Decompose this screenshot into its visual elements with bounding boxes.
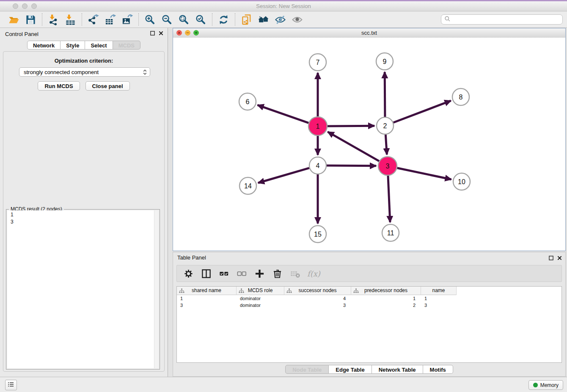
add-row-icon[interactable]: [254, 268, 265, 279]
column-header-successor-nodes[interactable]: successor nodes: [284, 287, 351, 295]
close-table-panel-icon[interactable]: [557, 254, 562, 262]
zoom-out-icon[interactable]: [160, 13, 173, 26]
home-icon[interactable]: [257, 13, 270, 26]
delete-table-icon: [289, 268, 301, 279]
column-header-name[interactable]: name: [421, 287, 457, 295]
mcds-result-list[interactable]: 13: [7, 210, 159, 368]
edge-4-3[interactable]: [327, 166, 376, 166]
graph-node-15[interactable]: 15: [309, 226, 326, 243]
network-window-title: scc.txt: [173, 28, 565, 37]
float-table-panel-icon[interactable]: [549, 254, 553, 262]
table-cell[interactable]: 1: [177, 295, 237, 302]
graph-node-1[interactable]: 1: [308, 117, 327, 135]
graph-node-7[interactable]: 7: [309, 54, 326, 71]
maximize-network-button[interactable]: [193, 30, 199, 36]
network-window: scc.txt 7968124314101511: [173, 28, 566, 251]
graph-node-8[interactable]: 8: [452, 88, 469, 105]
function-icon: f(x): [307, 268, 320, 279]
table-cell[interactable]: 1: [421, 295, 457, 302]
network-window-titlebar[interactable]: scc.txt: [173, 28, 565, 38]
hide-selected-icon[interactable]: [274, 13, 287, 26]
select-all-icon[interactable]: [218, 268, 230, 279]
graph-node-9[interactable]: 9: [376, 53, 393, 70]
run-mcds-button[interactable]: Run MCDS: [38, 81, 80, 91]
edge-3-1[interactable]: [328, 132, 380, 161]
export-table-icon[interactable]: [104, 13, 117, 26]
search-input[interactable]: [452, 16, 562, 23]
table-cell[interactable]: dominator: [237, 302, 284, 309]
export-network-icon[interactable]: [87, 13, 100, 26]
close-panel-icon[interactable]: [159, 31, 163, 36]
result-scrollbar[interactable]: [154, 210, 159, 368]
table-toolbar: f(x): [176, 265, 562, 282]
table-row[interactable]: 1dominator411: [177, 295, 561, 302]
minimize-network-button[interactable]: [185, 30, 190, 36]
graph-node-14[interactable]: 14: [239, 177, 256, 194]
tab-select[interactable]: Select: [85, 41, 113, 50]
import-table-icon[interactable]: [64, 13, 77, 26]
column-header-mcds-role[interactable]: MCDS role: [237, 287, 284, 295]
settings-icon[interactable]: [183, 268, 194, 279]
table-cell[interactable]: 3: [177, 302, 237, 309]
node-label: 14: [244, 182, 252, 190]
zoom-fit-icon[interactable]: [177, 13, 190, 26]
search-box[interactable]: [441, 14, 563, 25]
node-table: shared nameMCDS rolesuccessor nodesprede…: [176, 286, 562, 363]
status-bar: Memory: [0, 377, 567, 392]
edge-1-6[interactable]: [258, 105, 309, 123]
tab-network[interactable]: Network: [27, 41, 61, 50]
close-network-button[interactable]: [176, 30, 182, 36]
table-cell[interactable]: dominator: [237, 295, 284, 302]
edge-3-11[interactable]: [388, 176, 390, 222]
columns-icon[interactable]: [201, 268, 212, 279]
zoom-selected-icon[interactable]: [194, 13, 207, 26]
graph-node-11[interactable]: 11: [382, 224, 399, 241]
delete-row-icon[interactable]: [272, 268, 283, 279]
edge-2-3[interactable]: [385, 135, 387, 155]
table-cell[interactable]: 3: [284, 302, 351, 309]
optimization-label: Optimization criterion:: [3, 58, 164, 64]
table-tab-motifs[interactable]: Motifs: [423, 365, 453, 374]
column-label: shared name: [192, 287, 221, 293]
tab-style[interactable]: Style: [61, 41, 85, 50]
edge-2-9[interactable]: [385, 72, 385, 117]
zoom-in-icon[interactable]: [143, 13, 157, 26]
refresh-icon[interactable]: [217, 13, 230, 26]
save-session-icon[interactable]: [24, 13, 37, 26]
float-panel-icon[interactable]: [150, 31, 155, 36]
table-tab-node-table[interactable]: Node Table: [285, 365, 329, 374]
network-canvas-area[interactable]: 7968124314101511: [173, 38, 565, 251]
graph-node-2[interactable]: 2: [377, 117, 394, 134]
table-cell[interactable]: 3: [421, 302, 457, 309]
table-tab-edge-table[interactable]: Edge Table: [329, 365, 372, 374]
graph-node-3[interactable]: 3: [378, 157, 397, 175]
deselect-all-icon[interactable]: [236, 268, 248, 279]
optimization-dropdown[interactable]: strongly connected component: [19, 67, 150, 77]
column-header-predecessor-nodes[interactable]: predecessor nodes: [351, 287, 421, 295]
tab-mcds[interactable]: MCDS: [113, 41, 140, 50]
import-network-icon[interactable]: [47, 13, 60, 26]
table-cell[interactable]: 4: [284, 295, 351, 302]
memory-button[interactable]: Memory: [528, 380, 563, 390]
table-cell[interactable]: 1: [351, 295, 421, 302]
edge-3-10[interactable]: [397, 168, 451, 179]
graph-node-10[interactable]: 10: [453, 173, 470, 190]
edge-4-14[interactable]: [258, 168, 309, 183]
task-history-button[interactable]: [5, 380, 17, 390]
node-label: 15: [314, 231, 322, 238]
graph-node-4[interactable]: 4: [309, 157, 326, 174]
edge-2-8[interactable]: [394, 101, 451, 123]
network-graph[interactable]: 7968124314101511: [173, 38, 565, 251]
edge-1-2[interactable]: [328, 126, 374, 126]
graph-node-6[interactable]: 6: [239, 93, 256, 110]
table-cell[interactable]: 2: [351, 302, 421, 309]
table-row[interactable]: 3dominator323: [177, 302, 561, 309]
clone-network-icon[interactable]: [240, 13, 253, 26]
open-session-icon[interactable]: [7, 13, 20, 26]
main-toolbar: [0, 11, 567, 28]
export-image-icon[interactable]: [121, 13, 134, 26]
table-header: shared nameMCDS rolesuccessor nodesprede…: [177, 287, 561, 295]
close-panel-button[interactable]: Close panel: [85, 81, 130, 91]
table-tab-network-table[interactable]: Network Table: [372, 365, 423, 374]
column-header-shared-name[interactable]: shared name: [177, 287, 237, 295]
